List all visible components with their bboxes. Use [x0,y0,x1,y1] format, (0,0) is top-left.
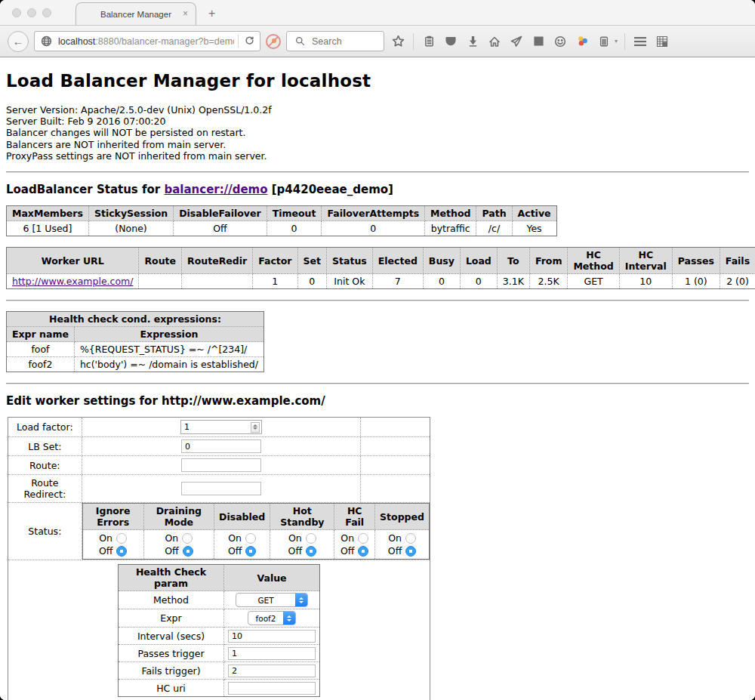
status-radio-row: OnOffOnOffOnOffOnOffOnOffOnOff [82,530,429,560]
save-box-icon[interactable] [530,33,547,50]
navigation-toolbar: ← localhost:8880/balancer-manager?b=demo… [0,26,755,57]
worker-header-cell: HC Method [568,248,619,274]
chevron-down-icon[interactable]: ▾ [615,38,618,45]
status-row: Status: Ignore ErrorsDraining ModeDisabl… [8,503,430,560]
worker-header-cell: Elected [372,248,423,274]
container-icon[interactable] [596,33,612,50]
fails-trigger-input[interactable] [228,665,316,677]
status-draining-mode-off-label: Off [165,545,178,557]
search-box[interactable] [286,31,384,51]
status-col-header-ignore-errors: Ignore Errors [82,504,143,530]
route-row: Route: [8,456,430,475]
balancer-demo-link[interactable]: balancer://demo [164,183,267,196]
hc-row-method: MethodGET [119,591,320,609]
status-hc-fail-on-radio[interactable] [358,533,368,544]
search-input[interactable] [312,36,376,47]
route-redirect-input[interactable] [181,482,261,495]
status-ignore-errors-on-radio[interactable] [116,533,127,544]
status-stopped-off-radio[interactable] [405,546,416,557]
urlbar-divider [238,35,239,48]
server-built: Server Built: Feb 9 2016 07:00:20 [6,116,749,127]
expression-header: Expression [74,327,263,342]
tab-balancer-manager[interactable]: Balancer Manager × [76,2,196,25]
color-dots-icon[interactable] [574,33,590,50]
worker-cell: 10 [619,274,672,289]
zoom-window-button[interactable] [42,8,51,17]
balancer-header-cell: FailoverAttempts [322,206,425,221]
status-disabled-on-label: On [228,532,242,544]
pocket-icon[interactable] [442,33,459,50]
tab-title: Balancer Manager [100,10,171,19]
status-hot-standby-on-radio[interactable] [306,533,316,544]
expr-value-cell: hc('body') =~ /domain is established/ [74,357,263,372]
expressions-caption: Health check cond. expressions: [7,312,264,327]
worker-url-link[interactable]: http://www.example.com/ [12,276,133,287]
close-window-button[interactable] [12,8,21,17]
menu-icon[interactable] [632,33,649,50]
method-select[interactable]: GET [236,593,308,607]
worker-cell [182,274,253,289]
status-draining-mode-off-radio[interactable] [183,546,193,557]
worker-cell: 0 [297,274,326,289]
grid-badge-icon[interactable] [654,33,670,50]
status-draining-mode-on-radio[interactable] [182,533,193,544]
hc-param-label: Method [119,591,224,609]
status-hot-standby-off-radio[interactable] [306,546,316,557]
status-disabled-off-label: Off [228,545,242,557]
status-hc-fail-off-radio[interactable] [358,546,368,557]
reading-list-icon[interactable] [421,33,437,50]
new-tab-button[interactable]: + [208,7,215,20]
worker-cell: 2 (0) [720,274,755,289]
worker-header-cell: Load [460,248,497,274]
worker-cell: 1 [253,274,297,289]
bookmark-star-icon[interactable] [390,33,406,50]
balancer-header-cell: Active [512,206,556,221]
number-stepper-icon[interactable] [251,422,260,433]
status-stopped-on-radio[interactable] [405,533,416,544]
url-path: :8880/balancer-manager?b=demo&w=http://w… [95,36,234,47]
status-draining-mode-off-option: Off [147,544,211,557]
home-icon[interactable] [486,33,503,50]
expression-row: foof%{REQUEST_STATUS} =~ /^[234]/ [7,342,264,357]
load-factor-input[interactable] [181,421,251,433]
health-check-row: Health Check param Value MethodGETExprfo… [8,560,430,700]
url-bar[interactable]: localhost:8880/balancer-manager?b=demo&w… [34,31,260,51]
worker-header-cell: Fails [720,248,755,274]
expressions-body: foof%{REQUEST_STATUS} =~ /^[234]/foof2hc… [7,342,264,372]
worker-header-cell: Status [327,248,373,274]
send-icon[interactable] [508,33,525,50]
route-input[interactable] [181,458,261,472]
reload-button[interactable] [242,35,257,48]
worker-cell: Init Ok [327,274,373,289]
expr-select[interactable]: foof2 [248,611,296,625]
hc-value-cell [224,662,320,680]
interval-secs-input[interactable] [228,630,316,643]
status-disabled-on-radio[interactable] [245,533,256,544]
balancer-data-row: 6 [1 Used](None)Off00bytraffic/c/Yes [7,221,557,236]
hc-row-passes-trigger: Passes trigger [119,645,320,662]
passes-trigger-input[interactable] [228,647,316,660]
tab-close-icon[interactable]: × [183,8,188,19]
lb-set-input[interactable] [181,439,261,453]
load-factor-row: Load factor: [8,418,430,437]
status-stopped-on-label: On [388,532,402,544]
url-text[interactable]: localhost:8880/balancer-manager?b=demo&w… [58,36,234,47]
balancer-cell: bytraffic [425,221,476,236]
hc-row-hc-uri: HC uri [119,680,320,697]
edit-worker-form: Load factor: LB Set: Route: [8,417,430,700]
status-disabled-off-radio[interactable] [245,546,256,557]
select-stepper-icon [295,593,307,607]
smiley-icon[interactable] [552,33,569,50]
minimize-window-button[interactable] [27,8,36,17]
download-icon[interactable] [464,33,481,50]
worker-data-row: http://www.example.com/10Init Ok7003.1K2… [7,274,755,289]
adblock-icon[interactable] [266,34,281,49]
worker-header-cell: Worker URL [7,248,139,274]
worker-cell: http://www.example.com/ [7,274,139,289]
hc-uri-input[interactable] [228,682,316,695]
load-factor-label: Load factor: [8,418,82,437]
hc-param-header: Health Check param [119,565,224,591]
status-hot-standby-off-option: Off [273,544,331,557]
status-ignore-errors-off-radio[interactable] [116,546,127,557]
back-button[interactable]: ← [8,31,29,52]
